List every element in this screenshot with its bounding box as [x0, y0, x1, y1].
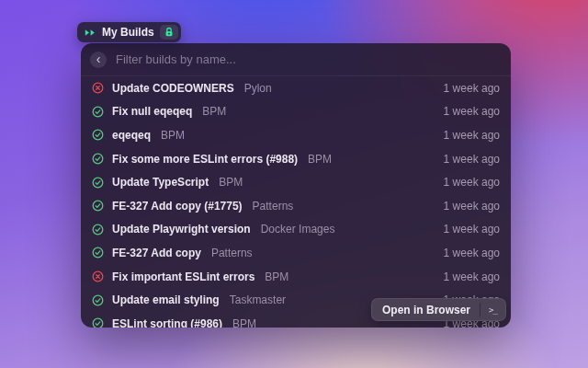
build-row[interactable]: Update TypeScript BPM 1 week ago — [81, 170, 511, 194]
build-row[interactable]: eqeqeq BPM 1 week ago — [81, 123, 511, 147]
build-title: Fix important ESLint errors — [112, 270, 254, 283]
build-title: FE-327 Add copy — [112, 247, 201, 259]
build-title: ESLint sorting (#986) — [112, 317, 222, 328]
build-status-icon — [92, 247, 104, 259]
build-title: eqeqeq — [112, 129, 151, 142]
build-timestamp: 1 week ago — [444, 82, 500, 95]
build-pipeline-tag: Pylon — [244, 82, 272, 95]
check-circle-icon — [92, 224, 104, 236]
check-circle-icon — [92, 294, 104, 306]
build-status-icon — [92, 82, 104, 94]
build-timestamp: 1 week ago — [444, 105, 500, 118]
header-pill-label: My Builds — [102, 26, 154, 39]
builds-list: Update CODEOWNERS Pylon 1 week ago Fix n… — [81, 76, 511, 328]
build-status-icon — [92, 294, 104, 306]
builds-panel: ‹ Update CODEOWNERS Pylon 1 week ago Fix… — [81, 43, 511, 328]
check-circle-icon — [92, 177, 104, 189]
build-status-icon — [92, 129, 104, 141]
search-bar: ‹ — [81, 43, 511, 76]
build-pipeline-tag: BPM — [265, 270, 288, 283]
build-row[interactable]: FE-327 Add copy Patterns 1 week ago — [81, 241, 511, 265]
build-pipeline-tag: Patterns — [253, 200, 294, 213]
build-status-icon — [92, 200, 104, 212]
build-status-icon — [92, 177, 104, 189]
build-title: Update TypeScript — [112, 176, 209, 189]
build-status-icon — [92, 153, 104, 165]
x-circle-icon — [92, 270, 104, 282]
extension-lock-icon — [160, 25, 178, 40]
chevron-left-icon: ‹ — [96, 52, 101, 66]
build-timestamp: 1 week ago — [444, 176, 500, 189]
build-timestamp: 1 week ago — [444, 153, 500, 166]
build-timestamp: 1 week ago — [444, 223, 500, 236]
build-timestamp: 1 week ago — [444, 247, 500, 259]
build-timestamp: 1 week ago — [444, 200, 500, 213]
build-title: Update email styling — [112, 293, 220, 306]
build-title: Fix some more ESLint errors (#988) — [112, 153, 298, 166]
check-circle-icon — [92, 317, 104, 328]
x-circle-icon — [92, 82, 104, 94]
build-pipeline-tag: BPM — [219, 176, 243, 189]
build-timestamp: 1 week ago — [444, 129, 500, 142]
build-row[interactable]: Fix null eqeqeq BPM 1 week ago — [81, 100, 511, 124]
open-in-browser-button[interactable]: Open in Browser >_ — [371, 298, 506, 321]
build-pipeline-tag: BPM — [232, 317, 256, 328]
build-pipeline-tag: BPM — [308, 153, 332, 166]
check-circle-icon — [92, 247, 104, 259]
build-status-icon — [92, 224, 104, 236]
build-row[interactable]: Fix important ESLint errors BPM 1 week a… — [81, 265, 511, 289]
header-pill-my-builds[interactable]: My Builds — [77, 22, 181, 42]
build-row[interactable]: Update Playwright version Docker Images … — [81, 218, 511, 242]
buildkite-icon — [85, 29, 96, 37]
build-title: Fix null eqeqeq — [112, 105, 192, 118]
build-pipeline-tag: Patterns — [211, 247, 253, 259]
build-status-icon — [92, 106, 104, 118]
build-title: Update CODEOWNERS — [112, 82, 234, 95]
build-timestamp: 1 week ago — [444, 270, 500, 283]
check-circle-icon — [92, 153, 104, 165]
check-circle-icon — [92, 200, 104, 212]
build-row[interactable]: FE-327 Add copy (#1775) Patterns 1 week … — [81, 194, 511, 218]
back-button[interactable]: ‹ — [90, 52, 107, 68]
build-pipeline-tag: Taskmaster — [230, 293, 286, 306]
build-pipeline-tag: Docker Images — [261, 223, 335, 236]
shortcut-key-hint: >_ — [481, 305, 505, 315]
build-status-icon — [92, 270, 104, 282]
check-circle-icon — [92, 129, 104, 141]
check-circle-icon — [92, 106, 104, 118]
build-row[interactable]: Update CODEOWNERS Pylon 1 week ago — [81, 76, 511, 100]
build-pipeline-tag: BPM — [202, 105, 226, 118]
build-pipeline-tag: BPM — [161, 129, 185, 142]
build-row[interactable]: Fix some more ESLint errors (#988) BPM 1… — [81, 147, 511, 171]
search-input[interactable] — [116, 52, 498, 66]
build-title: Update Playwright version — [112, 223, 251, 236]
build-status-icon — [92, 317, 104, 328]
open-in-browser-label: Open in Browser — [382, 304, 470, 316]
build-title: FE-327 Add copy (#1775) — [112, 200, 243, 213]
